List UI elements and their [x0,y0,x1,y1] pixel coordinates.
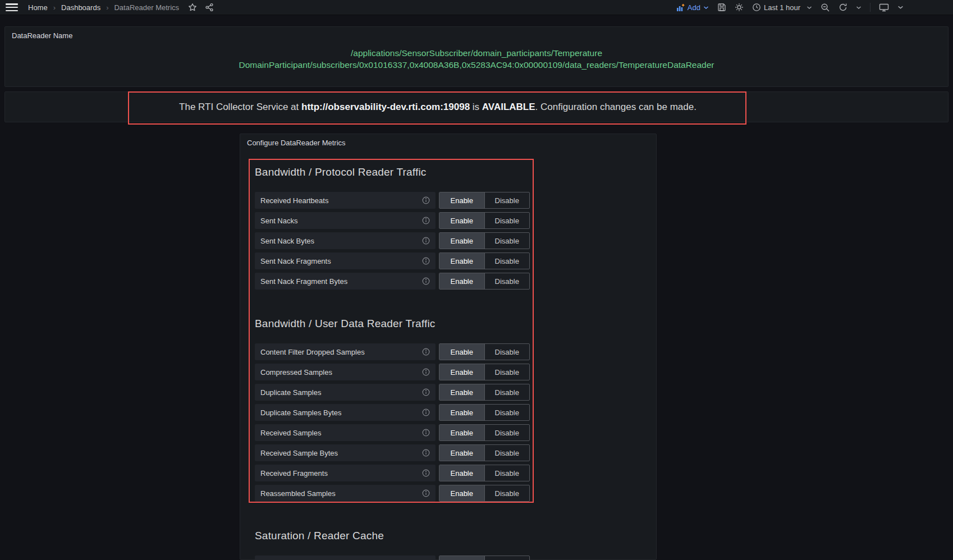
enable-disable-toggle: Enable Disable [439,192,530,209]
metric-row-partial [255,556,656,560]
enable-disable-toggle: Enable Disable [439,485,530,502]
breadcrumb-dashboards[interactable]: Dashboards [61,3,100,12]
metric-row-compressed-samples: Compressed Samples Enable Disable [255,364,656,380]
info-icon[interactable] [422,196,430,204]
disable-button[interactable]: Disable [485,405,530,420]
metric-row-received-samples: Received Samples Enable Disable [255,424,656,441]
info-icon[interactable] [422,217,430,224]
enable-disable-toggle: Enable Disable [439,404,530,421]
metric-row-sent-nack-fragment-bytes: Sent Nack Fragment Bytes Enable Disable [255,273,656,290]
metric-row-duplicate-samples-bytes: Duplicate Samples Bytes Enable Disable [255,404,656,421]
disable-button[interactable]: Disable [485,213,530,228]
info-icon[interactable] [422,257,430,265]
info-icon[interactable] [422,408,430,416]
disable-button[interactable]: Disable [485,253,530,269]
collector-status-message: The RTI Collector Service at http://obse… [129,92,747,122]
time-range-picker[interactable]: Last 1 hour [752,3,812,12]
enable-button[interactable]: Enable [439,364,485,380]
enable-button[interactable]: Enable [439,445,485,461]
enable-disable-toggle: Enable Disable [439,444,530,461]
disable-button[interactable]: Disable [485,384,530,400]
chevron-down-icon [703,6,709,10]
enable-button[interactable]: Enable [439,384,485,400]
section-title: Saturation / Reader Cache [255,529,656,543]
chevron-down-icon[interactable] [897,5,904,10]
metric-label: Sent Nack Bytes [260,237,314,245]
disable-button[interactable]: Disable [485,192,530,208]
datareader-name-link[interactable]: /applications/SensorSubscriber/domain_pa… [5,47,948,71]
info-icon[interactable] [422,449,430,457]
enable-button[interactable] [439,556,485,560]
configure-metrics-panel: Configure DataReader Metrics Bandwidth /… [240,134,657,560]
status-badge: AVAILABLE [482,102,535,113]
chevron-right-icon: › [106,3,108,12]
disable-button[interactable]: Disable [485,233,530,249]
star-icon[interactable] [188,3,197,12]
refresh-icon[interactable] [839,3,847,12]
menu-icon[interactable] [6,3,18,11]
add-chart-icon [676,3,685,12]
enable-disable-toggle: Enable Disable [439,465,530,481]
status-text: . Configuration changes can be made. [535,102,697,113]
disable-button[interactable]: Disable [485,344,530,360]
metric-label: Received Sample Bytes [260,449,338,457]
section-title: Bandwidth / Protocol Reader Traffic [255,165,656,180]
clock-icon [752,3,761,12]
enable-button[interactable]: Enable [439,425,485,440]
panel-title[interactable]: Configure DataReader Metrics [240,134,352,152]
config-content: Bandwidth / Protocol Reader Traffic Rece… [240,165,656,560]
disable-button[interactable]: Disable [485,273,530,289]
info-icon[interactable] [422,277,430,285]
datareader-name-line1[interactable]: /applications/SensorSubscriber/domain_pa… [5,47,948,59]
info-icon[interactable] [422,388,430,396]
metric-row-received-fragments: Received Fragments Enable Disable [255,465,656,481]
disable-button[interactable]: Disable [485,485,530,501]
breadcrumb-home[interactable]: Home [28,3,48,12]
disable-button[interactable]: Disable [485,465,530,481]
enable-button[interactable]: Enable [439,273,485,289]
info-icon[interactable] [422,368,430,376]
enable-button[interactable]: Enable [439,465,485,481]
section-title: Bandwidth / User Data Reader Traffic [255,316,656,331]
info-icon[interactable] [422,489,430,497]
metric-row-sent-nack-bytes: Sent Nack Bytes Enable Disable [255,232,656,249]
datareader-name-line2[interactable]: DomainParticipant/subscribers/0x01016337… [5,59,948,71]
gear-icon[interactable] [735,3,744,12]
save-icon[interactable] [717,3,726,12]
disable-button[interactable]: Disable [485,425,530,440]
enable-button[interactable]: Enable [439,344,485,360]
panel-title[interactable]: DataReader Name [5,27,79,44]
zoom-out-icon[interactable] [821,3,830,12]
info-icon[interactable] [422,348,430,356]
metric-label: Sent Nack Fragment Bytes [260,277,347,286]
enable-disable-toggle: Enable Disable [439,273,530,290]
enable-button[interactable]: Enable [439,213,485,228]
disable-button[interactable]: Disable [485,364,530,380]
metric-label: Duplicate Samples Bytes [260,408,342,417]
top-navigation-bar: Home › Dashboards › DataReader Metrics [0,0,953,15]
share-icon[interactable] [205,3,214,12]
enable-button[interactable]: Enable [439,405,485,420]
metric-row-duplicate-samples: Duplicate Samples Enable Disable [255,384,656,401]
status-text: The RTI Collector Service at [179,102,301,113]
nav-actions: Add Last 1 hour [676,3,904,12]
metric-label: Content Filter Dropped Samples [260,348,365,356]
metric-label: Received Heartbeats [260,196,328,205]
refresh-interval-dropdown[interactable] [856,6,862,10]
disable-button[interactable] [485,556,530,560]
metric-label: Duplicate Samples [260,388,321,397]
enable-button[interactable]: Enable [439,192,485,208]
info-icon[interactable] [422,469,430,477]
kiosk-monitor-icon[interactable] [879,3,889,12]
section-user-data-reader-traffic: Bandwidth / User Data Reader Traffic Con… [255,316,656,502]
enable-button[interactable]: Enable [439,253,485,269]
enable-button[interactable]: Enable [439,233,485,249]
info-icon[interactable] [422,237,430,245]
add-button-label: Add [688,3,700,12]
datareader-name-panel: DataReader Name /applications/SensorSubs… [4,26,949,87]
collector-url: http://observability-dev.rti.com:19098 [301,102,470,113]
add-button[interactable]: Add [676,3,709,12]
disable-button[interactable]: Disable [485,445,530,461]
info-icon[interactable] [422,429,430,437]
enable-button[interactable]: Enable [439,485,485,501]
